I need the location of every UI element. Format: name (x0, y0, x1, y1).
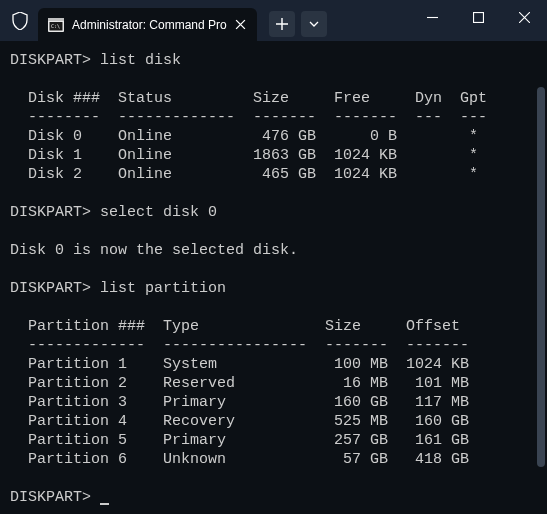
response-text: Disk 0 is now the selected disk. (10, 242, 298, 259)
window-controls (409, 0, 547, 34)
partition-row: Partition 5 Primary 257 GB 161 GB (10, 432, 469, 449)
partition-row: Partition 2 Reserved 16 MB 101 MB (10, 375, 469, 392)
svg-rect-1 (48, 18, 64, 21)
command-text: list partition (100, 280, 226, 297)
prompt: DISKPART> (10, 489, 91, 506)
new-tab-button[interactable] (269, 11, 295, 37)
prompt: DISKPART> (10, 52, 91, 69)
minimize-button[interactable] (409, 0, 455, 34)
command-text: list disk (100, 52, 181, 69)
partition-row: Partition 1 System 100 MB 1024 KB (10, 356, 469, 373)
terminal-output[interactable]: DISKPART> list disk Disk ### Status Size… (0, 41, 547, 514)
disk-table-header: Disk ### Status Size Free Dyn Gpt (10, 90, 487, 107)
cmd-icon: C:\ (48, 17, 64, 33)
disk-row: Disk 1 Online 1863 GB 1024 KB * (10, 147, 478, 164)
svg-rect-4 (473, 12, 483, 22)
partition-row: Partition 6 Unknown 57 GB 418 GB (10, 451, 469, 468)
command-text: select disk 0 (100, 204, 217, 221)
scrollbar-thumb[interactable] (537, 87, 545, 467)
tab-close-button[interactable] (227, 11, 255, 39)
tab-dropdown-button[interactable] (301, 11, 327, 37)
svg-text:C:\: C:\ (51, 23, 60, 29)
disk-row: Disk 2 Online 465 GB 1024 KB * (10, 166, 478, 183)
partition-row: Partition 3 Primary 160 GB 117 MB (10, 394, 469, 411)
close-button[interactable] (501, 0, 547, 34)
disk-table-divider: -------- ------------- ------- ------- -… (10, 109, 487, 126)
tab[interactable]: C:\ Administrator: Command Pro (38, 8, 257, 41)
scrollbar[interactable] (537, 41, 545, 514)
prompt: DISKPART> (10, 280, 91, 297)
shield-icon (10, 11, 30, 31)
disk-row: Disk 0 Online 476 GB 0 B * (10, 128, 478, 145)
cursor (100, 503, 109, 505)
partition-row: Partition 4 Recovery 525 MB 160 GB (10, 413, 469, 430)
tab-title: Administrator: Command Pro (72, 18, 227, 32)
maximize-button[interactable] (455, 0, 501, 34)
partition-table-divider: ------------- ---------------- ------- -… (10, 337, 469, 354)
prompt: DISKPART> (10, 204, 91, 221)
titlebar: C:\ Administrator: Command Pro (0, 0, 547, 41)
partition-table-header: Partition ### Type Size Offset (10, 318, 460, 335)
